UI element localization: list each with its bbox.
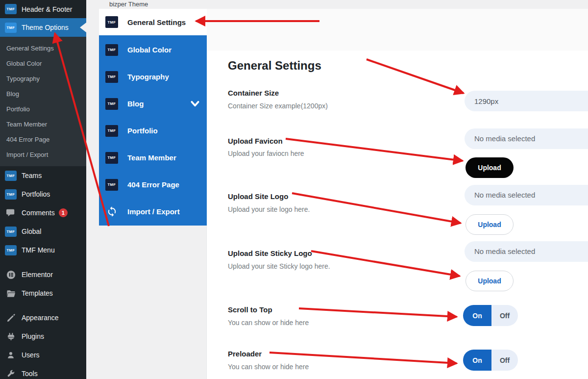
tab-label: Blog [127, 100, 144, 108]
tmf-icon: TMF [105, 44, 118, 56]
sidebar-item-comments[interactable]: Comments 1 [0, 203, 86, 222]
tmf-icon: TMF [105, 125, 118, 137]
theme-options-page: TMF Header & Footer TMF Theme Options Ge… [0, 0, 588, 379]
sidebar-item-global[interactable]: TMF Global [0, 222, 86, 241]
comment-icon [5, 208, 17, 218]
tab-404-error-page[interactable]: TMF 404 Error Page [99, 171, 207, 198]
tab-label: Team Member [127, 153, 176, 162]
upload-site-logo-button[interactable]: Upload [466, 214, 514, 235]
submenu-item-import-export[interactable]: Import / Export [0, 147, 86, 162]
sidebar-separator [0, 303, 86, 308]
sidebar-item-users[interactable]: Users [0, 346, 86, 364]
tab-global-color[interactable]: TMF Global Color [99, 36, 207, 63]
tab-label: Typography [127, 73, 169, 81]
tmf-icon: TMF [105, 179, 118, 191]
scroll-to-top-toggle: On Off [463, 305, 518, 326]
tmf-icon: TMF [105, 152, 118, 164]
sidebar-item-appearance[interactable]: Appearance [0, 308, 86, 327]
field-label-container-size: Container Size [228, 88, 279, 98]
favicon-media-field: No media selected [465, 128, 588, 149]
sidebar-item-label: Templates [22, 289, 53, 297]
tab-team-member[interactable]: TMF Team Member [99, 144, 207, 171]
tmf-icon: TMF [5, 189, 17, 200]
sidebar-item-theme-options[interactable]: TMF Theme Options [0, 18, 86, 37]
tmf-icon: TMF [105, 98, 118, 110]
submenu-item-general-settings[interactable]: General Settings [0, 41, 86, 56]
sidebar-item-header-footer[interactable]: TMF Header & Footer [0, 0, 86, 18]
field-desc-preloader: You can show or hide here [228, 362, 309, 372]
toggle-off-option[interactable]: Off [491, 350, 518, 371]
theme-options-submenu: General Settings Global Color Typography… [0, 37, 86, 166]
sidebar-item-label: Global [22, 227, 41, 235]
preloader-toggle: On Off [463, 350, 518, 371]
sidebar-item-templates[interactable]: Templates [0, 284, 86, 303]
folder-icon [5, 288, 17, 299]
sidebar-item-label: Comments [22, 209, 55, 217]
field-label-upload-sticky-logo: Upload Site Sticky Logo [228, 249, 312, 258]
submenu-item-blog[interactable]: Blog [0, 86, 86, 101]
tab-label: 404 Error Page [127, 180, 179, 189]
page-title: General Settings [228, 59, 321, 73]
tab-blog[interactable]: TMF Blog [99, 90, 207, 117]
chevron-down-icon [190, 100, 200, 109]
theme-title: bizper Theme [109, 0, 148, 8]
toggle-on-option[interactable]: On [463, 350, 491, 371]
tmf-icon: TMF [5, 23, 17, 33]
field-desc-upload-sticky-logo: Upload your site Sticky logo here. [228, 261, 330, 271]
site-logo-media-field: No media selected [465, 185, 588, 205]
tab-label: General Settings [127, 18, 186, 26]
sidebar-item-label: Tools [22, 370, 38, 378]
submenu-item-typography[interactable]: Typography [0, 71, 86, 86]
upload-favicon-button[interactable]: Upload [466, 157, 514, 178]
sticky-logo-media-field: No media selected [465, 241, 588, 262]
sidebar-item-label: Theme Options [22, 24, 69, 31]
field-desc-upload-site-logo: Upload your site logo here. [228, 204, 310, 214]
plugin-icon [5, 331, 17, 342]
tab-label: Import / Export [127, 207, 180, 216]
user-icon [5, 350, 17, 360]
container-size-input[interactable] [465, 91, 588, 111]
toggle-on-option[interactable]: On [463, 305, 491, 326]
tab-import-export[interactable]: Import / Export [99, 198, 207, 225]
sidebar-item-label: Appearance [22, 314, 59, 322]
wp-admin-sidebar: TMF Header & Footer TMF Theme Options Ge… [0, 0, 86, 379]
sync-icon [105, 206, 118, 218]
submenu-item-404-error-page[interactable]: 404 Error Page [0, 132, 86, 147]
tmf-icon: TMF [5, 245, 17, 255]
submenu-item-global-color[interactable]: Global Color [0, 56, 86, 71]
field-label-upload-site-logo: Upload Site Logo [228, 192, 288, 202]
sidebar-item-elementor[interactable]: Elementor [0, 265, 86, 284]
field-label-scroll-to-top: Scroll to Top [228, 305, 272, 315]
sidebar-item-label: Header & Footer [22, 5, 73, 13]
submenu-item-team-member[interactable]: Team Member [0, 117, 86, 132]
sidebar-item-label: Users [22, 351, 40, 359]
sidebar-item-plugins[interactable]: Plugins [0, 327, 86, 346]
tmf-icon: TMF [5, 171, 17, 181]
field-desc-container-size: Container Size example(1200px) [228, 101, 328, 111]
sidebar-item-tools[interactable]: Tools [0, 364, 86, 379]
sidebar-item-teams[interactable]: TMF Teams [0, 166, 86, 185]
sidebar-item-label: Portfolios [22, 190, 50, 198]
tab-portfolio[interactable]: TMF Portfolio [99, 117, 207, 144]
settings-content: General Settings Container Size Containe… [207, 0, 588, 379]
wrench-icon [5, 369, 17, 379]
elementor-icon [5, 270, 17, 280]
upload-sticky-logo-button[interactable]: Upload [466, 271, 514, 291]
sidebar-item-label: Plugins [22, 332, 44, 340]
field-desc-upload-favicon: Upload your faviocn here [228, 149, 304, 158]
tmf-icon: TMF [105, 71, 118, 83]
tmf-icon: TMF [105, 16, 118, 28]
sidebar-item-label: Teams [22, 172, 42, 179]
toggle-off-option[interactable]: Off [491, 305, 518, 326]
tmf-icon: TMF [5, 227, 17, 237]
sidebar-item-label: TMF Menu [22, 246, 55, 254]
tab-general-settings[interactable]: TMF General Settings [99, 9, 207, 35]
sidebar-separator [0, 259, 86, 265]
comments-count-badge: 1 [59, 208, 68, 217]
field-label-preloader: Preloader [228, 349, 262, 359]
submenu-item-portfolio[interactable]: Portfolio [0, 101, 86, 117]
sidebar-item-tmf-menu[interactable]: TMF TMF Menu [0, 241, 86, 259]
sidebar-item-portfolios[interactable]: TMF Portfolios [0, 185, 86, 203]
content-subheader [207, 9, 588, 51]
tab-typography[interactable]: TMF Typography [99, 63, 207, 90]
